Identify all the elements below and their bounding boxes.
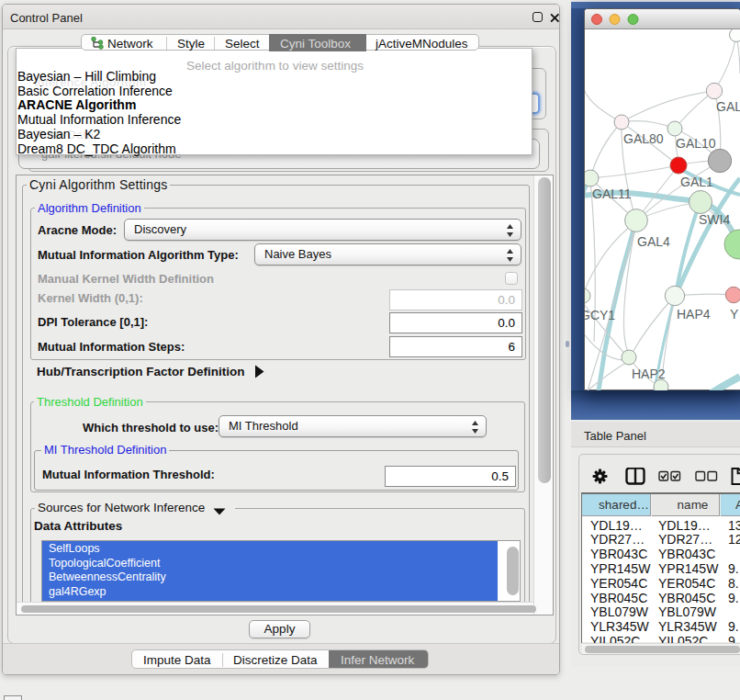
svg-text:HAP2: HAP2 (632, 367, 666, 381)
svg-text:GAL80: GAL80 (623, 131, 664, 146)
svg-text:GAL7: GAL7 (716, 99, 740, 114)
svg-text:GCY1: GCY1 (585, 308, 615, 322)
svg-text:HAP4: HAP4 (677, 307, 711, 322)
svg-text:GAL4: GAL4 (637, 234, 670, 249)
svg-text:Y: Y (730, 307, 739, 322)
svg-text:GAL1: GAL1 (680, 175, 713, 189)
svg-text:GAL11: GAL11 (592, 186, 632, 201)
svg-text:GAL10: GAL10 (676, 136, 716, 151)
svg-text:SWI4: SWI4 (699, 212, 730, 227)
